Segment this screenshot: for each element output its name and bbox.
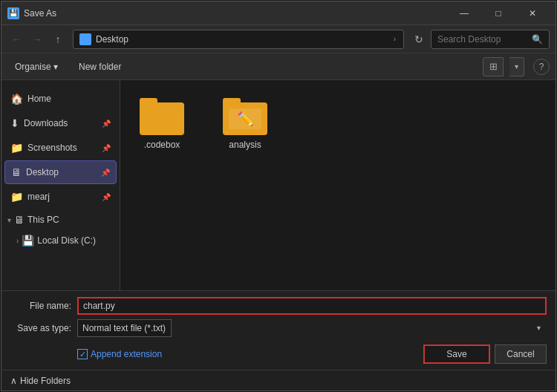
sidebar-item-home[interactable]: 🏠 Home [4, 87, 117, 111]
folder-analysis-icon: ✏️ [223, 98, 267, 135]
main-area: 🏠 Home ⬇ Downloads 📌 📁 Screenshots 📌 🖥 D… [1, 80, 556, 290]
folder-item-analysis[interactable]: ✏️ analysis [215, 92, 275, 156]
file-area: .codebox ✏️ analysis [120, 80, 556, 290]
close-button[interactable]: ✕ [515, 1, 550, 25]
append-extension-label: Append extension [91, 349, 162, 359]
dialog-icon: 💾 [7, 7, 19, 19]
save-type-label: Save as type: [10, 323, 77, 333]
sidebar-item-desktop[interactable]: 🖥 Desktop 📌 [4, 160, 117, 184]
organise-button[interactable]: Organise ▾ [7, 57, 65, 76]
desktop-pin-icon: 📌 [101, 169, 110, 177]
local-disk-chevron-icon: › [16, 237, 19, 245]
home-icon: 🏠 [10, 93, 23, 105]
folder-codebox-label: .codebox [144, 140, 180, 150]
sidebar-screenshots-label: Screenshots [27, 143, 97, 153]
sidebar-home-label: Home [27, 94, 111, 104]
refresh-button[interactable]: ↻ [410, 30, 428, 48]
mearj-pin-icon: 📌 [102, 193, 111, 201]
hide-folders-bar: ∧ Hide Folders [1, 370, 556, 391]
mearj-folder-icon: 📁 [10, 191, 23, 203]
append-extension-checkbox[interactable]: ✓ [77, 349, 88, 359]
view-button[interactable]: ⊞ [483, 57, 504, 76]
sidebar-mearj-label: mearj [27, 192, 97, 202]
folder-codebox-icon [140, 98, 184, 135]
file-name-input[interactable] [77, 297, 547, 315]
action-row: ✓ Append extension Save Cancel [10, 342, 547, 364]
new-folder-button[interactable]: New folder [71, 57, 128, 76]
hide-folders-chevron-icon: ∧ [10, 376, 17, 386]
cancel-button[interactable]: Cancel [495, 344, 547, 364]
back-button[interactable]: ← [7, 30, 25, 48]
local-disk-section[interactable]: › 💾 Local Disk (C:) [1, 230, 120, 251]
downloads-pin-icon: 📌 [102, 120, 111, 128]
downloads-icon: ⬇ [10, 117, 19, 129]
hide-folders-button[interactable]: ∧ Hide Folders [10, 376, 71, 386]
forward-button[interactable]: → [28, 30, 46, 48]
save-as-dialog: 💾 Save As — □ ✕ ← → ↑ Desktop › ↻ 🔍 Orga… [1, 1, 556, 391]
append-extension-group: ✓ Append extension [77, 349, 423, 359]
bottom-form-area: File name: Save as type: Normal text fil… [1, 290, 556, 370]
sidebar-desktop-label: Desktop [26, 167, 97, 177]
minimize-button[interactable]: — [447, 1, 481, 25]
address-location-icon [79, 33, 91, 45]
save-button[interactable]: Save [423, 344, 490, 364]
save-type-wrapper: Normal text file (*.txt) [77, 319, 547, 337]
address-chevron-icon: › [394, 35, 396, 43]
this-pc-section[interactable]: ▾ 🖥 This PC [1, 209, 120, 230]
sidebar-item-screenshots[interactable]: 📁 Screenshots 📌 [4, 136, 117, 160]
savetype-row: Save as type: Normal text file (*.txt) [10, 319, 547, 337]
file-name-label: File name: [10, 301, 77, 311]
search-input[interactable] [437, 34, 532, 45]
save-type-select[interactable]: Normal text file (*.txt) [77, 319, 172, 337]
this-pc-icon: 🖥 [14, 214, 25, 226]
address-location-text: Desktop [96, 34, 392, 45]
navigation-bar: ← → ↑ Desktop › ↻ 🔍 [1, 25, 556, 53]
sidebar-item-downloads[interactable]: ⬇ Downloads 📌 [4, 111, 117, 135]
desktop-icon: 🖥 [11, 166, 22, 178]
folder-item-codebox[interactable]: .codebox [132, 92, 192, 156]
folder-analysis-label: analysis [229, 140, 261, 150]
title-bar-controls: — □ ✕ [447, 1, 550, 25]
view-dropdown-button[interactable]: ▾ [509, 57, 524, 76]
sidebar-item-mearj[interactable]: 📁 mearj 📌 [4, 185, 117, 209]
screenshots-folder-icon: 📁 [10, 142, 23, 154]
filename-row: File name: [10, 297, 547, 315]
search-icon: 🔍 [532, 34, 543, 45]
sidebar-downloads-label: Downloads [24, 118, 97, 128]
dialog-buttons: Save Cancel [423, 344, 547, 364]
help-button[interactable]: ? [533, 59, 550, 75]
up-button[interactable]: ↑ [49, 30, 67, 48]
sidebar: 🏠 Home ⬇ Downloads 📌 📁 Screenshots 📌 🖥 D… [1, 80, 120, 290]
hide-folders-label: Hide Folders [20, 376, 71, 386]
dialog-title: Save As [24, 8, 447, 19]
title-bar: 💾 Save As — □ ✕ [1, 1, 556, 25]
local-disk-icon: 💾 [22, 235, 34, 246]
local-disk-label: Local Disk (C:) [37, 235, 96, 246]
search-box: 🔍 [431, 30, 550, 49]
this-pc-chevron-icon: ▾ [7, 216, 11, 224]
this-pc-label: This PC [27, 215, 59, 225]
screenshots-pin-icon: 📌 [102, 144, 111, 152]
toolbar: Organise ▾ New folder ⊞ ▾ ? [1, 53, 556, 80]
maximize-button[interactable]: □ [481, 1, 515, 25]
address-bar[interactable]: Desktop › [73, 30, 404, 49]
